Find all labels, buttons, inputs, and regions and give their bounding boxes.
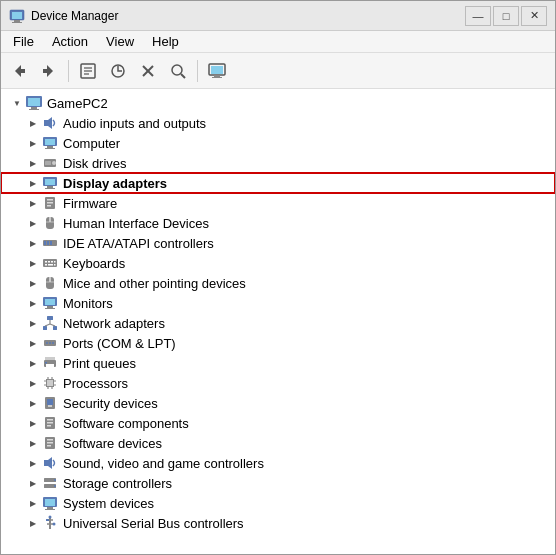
forward-button[interactable] <box>35 57 63 85</box>
print-expander[interactable]: ▶ <box>25 355 41 371</box>
storage-expander[interactable]: ▶ <box>25 475 41 491</box>
svg-rect-66 <box>53 326 57 330</box>
menu-file[interactable]: File <box>5 32 42 51</box>
tree-item-firmware[interactable]: ▶ Firmware <box>1 193 555 213</box>
window-title: Device Manager <box>31 9 465 23</box>
tree-item-sw-devices[interactable]: ▶ Software devices <box>1 433 555 453</box>
tree-item-security[interactable]: ▶ Security devices <box>1 393 555 413</box>
firmware-expander[interactable]: ▶ <box>25 195 41 211</box>
usb-expander[interactable]: ▶ <box>25 515 41 531</box>
svg-point-104 <box>54 485 56 487</box>
svg-rect-79 <box>47 380 53 386</box>
root-expander[interactable]: ▼ <box>9 95 25 111</box>
svg-rect-108 <box>45 509 55 510</box>
close-button[interactable]: ✕ <box>521 6 547 26</box>
tree-item-ports[interactable]: ▶ Ports (COM & LPT) <box>1 333 555 353</box>
uninstall-button[interactable] <box>134 57 162 85</box>
properties-button[interactable] <box>74 57 102 85</box>
menu-view[interactable]: View <box>98 32 142 51</box>
tree-item-monitor[interactable]: ▶ Monitors <box>1 293 555 313</box>
svg-rect-94 <box>47 425 51 427</box>
usb-icon <box>41 514 59 532</box>
tree-item-print[interactable]: ▶ Print queues <box>1 353 555 373</box>
sw-components-label: Software components <box>63 416 189 431</box>
storage-icon <box>41 474 59 492</box>
display-icon <box>41 174 59 192</box>
tree-item-disk[interactable]: ▶ Disk drives <box>1 153 555 173</box>
svg-line-16 <box>181 74 185 78</box>
svg-rect-62 <box>47 306 53 308</box>
tree-root[interactable]: ▼ GamePC2 <box>1 93 555 113</box>
menu-action[interactable]: Action <box>44 32 96 51</box>
update-driver-button[interactable] <box>104 57 132 85</box>
tree-item-display[interactable]: ▶ Display adapters <box>1 173 555 193</box>
maximize-button[interactable]: □ <box>493 6 519 26</box>
tree-item-mouse[interactable]: ▶ Mice and other pointing devices <box>1 273 555 293</box>
security-expander[interactable]: ▶ <box>25 395 41 411</box>
hid-expander[interactable]: ▶ <box>25 215 41 231</box>
svg-rect-49 <box>43 259 57 267</box>
sw-devices-expander[interactable]: ▶ <box>25 435 41 451</box>
svg-point-71 <box>46 342 48 344</box>
display-expander[interactable]: ▶ <box>25 175 41 191</box>
svg-rect-39 <box>47 199 53 201</box>
back-button[interactable] <box>5 57 33 85</box>
svg-rect-113 <box>46 519 49 521</box>
sound-expander[interactable]: ▶ <box>25 455 41 471</box>
storage-label: Storage controllers <box>63 476 172 491</box>
svg-rect-63 <box>45 308 55 309</box>
tree-item-network[interactable]: ▶ Network adapters <box>1 313 555 333</box>
processor-label: Processors <box>63 376 128 391</box>
minimize-button[interactable]: — <box>465 6 491 26</box>
keyboard-icon <box>41 254 59 272</box>
computer-icon <box>25 94 43 112</box>
mouse-expander[interactable]: ▶ <box>25 275 41 291</box>
device-tree[interactable]: ▼ GamePC2 ▶ Audio inputs <box>1 89 555 554</box>
tree-item-storage[interactable]: ▶ Storage controllers <box>1 473 555 493</box>
tree-item-hid[interactable]: ▶ Human Interface Devices <box>1 213 555 233</box>
system-expander[interactable]: ▶ <box>25 495 41 511</box>
svg-line-68 <box>45 324 50 326</box>
tree-item-keyboard[interactable]: ▶ Keyboards <box>1 253 555 273</box>
network-expander[interactable]: ▶ <box>25 315 41 331</box>
keyboard-expander[interactable]: ▶ <box>25 255 41 271</box>
computer-expander[interactable]: ▶ <box>25 135 41 151</box>
svg-rect-90 <box>48 405 52 407</box>
svg-rect-106 <box>45 499 55 506</box>
svg-rect-56 <box>54 264 56 266</box>
sw-components-expander[interactable]: ▶ <box>25 415 41 431</box>
svg-rect-22 <box>28 98 40 106</box>
svg-rect-99 <box>44 460 48 466</box>
svg-line-69 <box>50 324 55 326</box>
tree-item-sw-components[interactable]: ▶ Software components <box>1 413 555 433</box>
processor-expander[interactable]: ▶ <box>25 375 41 391</box>
svg-rect-33 <box>45 161 51 165</box>
network-label: Network adapters <box>63 316 165 331</box>
ide-label: IDE ATA/ATAPI controllers <box>63 236 214 251</box>
audio-expander[interactable]: ▶ <box>25 115 41 131</box>
svg-rect-89 <box>47 399 53 405</box>
processor-icon <box>41 374 59 392</box>
ports-label: Ports (COM & LPT) <box>63 336 176 351</box>
svg-rect-76 <box>46 364 54 368</box>
device-manager-window: Device Manager — □ ✕ File Action View He… <box>0 0 556 555</box>
monitor-button[interactable] <box>203 57 231 85</box>
security-label: Security devices <box>63 396 158 411</box>
svg-rect-1 <box>12 12 22 19</box>
tree-item-system[interactable]: ▶ System devices <box>1 493 555 513</box>
scan-changes-button[interactable] <box>164 57 192 85</box>
svg-rect-77 <box>45 362 47 364</box>
tree-item-ide[interactable]: ▶ IDE ATA/ATAPI controllers <box>1 233 555 253</box>
menu-help[interactable]: Help <box>144 32 187 51</box>
tree-item-sound[interactable]: ▶ Sound, video and game controllers <box>1 453 555 473</box>
svg-rect-61 <box>45 299 55 305</box>
tree-item-computer[interactable]: ▶ Computer <box>1 133 555 153</box>
ide-expander[interactable]: ▶ <box>25 235 41 251</box>
svg-rect-50 <box>45 261 47 263</box>
ports-expander[interactable]: ▶ <box>25 335 41 351</box>
tree-item-processor[interactable]: ▶ Processors <box>1 373 555 393</box>
monitor-expander[interactable]: ▶ <box>25 295 41 311</box>
tree-item-usb[interactable]: ▶ Universal Serial Bus controllers <box>1 513 555 533</box>
disk-expander[interactable]: ▶ <box>25 155 41 171</box>
tree-item-audio[interactable]: ▶ Audio inputs and outputs <box>1 113 555 133</box>
